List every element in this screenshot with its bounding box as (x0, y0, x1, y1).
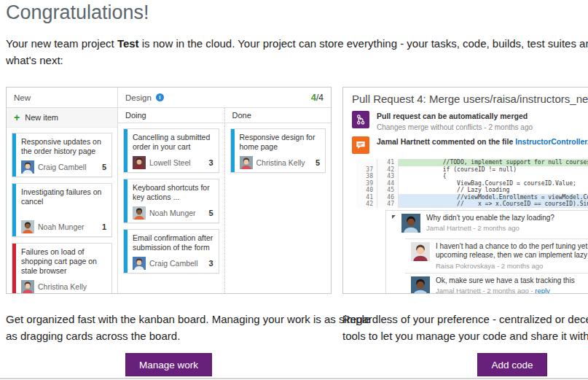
event-title: Jamal Hartnett commented on the file Ins… (377, 137, 588, 146)
plus-icon: + (14, 112, 20, 123)
card-assignee: Craig Cambell (149, 259, 205, 268)
card-title: Email confirmation after submission of t… (133, 233, 214, 252)
add-code-button[interactable]: Add code (477, 353, 547, 376)
new-cards-list: Responsive updates on the order history … (7, 128, 117, 293)
card-effort: 5 (315, 158, 321, 167)
project-name: Test (117, 37, 139, 50)
comment-meta-text: Jamal Hartnett - 2 months ago - (436, 287, 535, 294)
kanban-caption-line1: Get organized fast with the kanban board… (6, 311, 370, 327)
event-body: Jamal Hartnett commented on the file Ins… (377, 136, 588, 154)
avatar (133, 206, 146, 220)
avatar (133, 257, 146, 270)
card-assignee: Noah Munger (38, 222, 98, 231)
card-assignee: Noah Munger (149, 209, 205, 217)
pull-request-title: Pull Request 4: Merge users/raisa/instru… (343, 88, 588, 109)
new-item-button[interactable]: + New item (7, 108, 117, 128)
event-meta: Changes merge without conflicts - 2 mont… (377, 123, 533, 131)
kanban-card[interactable]: Keyboard shortcuts for key actions ...No… (123, 179, 219, 223)
card-body: Cancelling a submitted order in your car… (128, 129, 219, 172)
code-text: ViewBag.CourseID = courseID.Value; (399, 180, 588, 187)
kanban-card[interactable]: Email confirmation after submission of t… (123, 229, 219, 274)
card-effort: 1 (102, 222, 107, 231)
subcolumn-header-doing: Doing (118, 108, 224, 123)
code-line: 4146 //viewModel.Enrollments = viewModel… (356, 194, 588, 201)
intro-line-1: Your new team project Test is now in the… (6, 35, 588, 52)
comment-item: Ok, make sure we have a task tracking th… (405, 273, 588, 295)
column-header-new: New (7, 88, 117, 108)
card-title: Responsive updates on the order history … (21, 137, 107, 156)
old-line-number: 37 (356, 166, 377, 174)
page-title: Congratulations! (6, 1, 149, 24)
card-title: Failures on load of shopping cart page o… (21, 247, 107, 276)
code-line: 3944 ViewBag.CourseID = courseID.Value; (356, 180, 588, 187)
comment-item: Why didn't you enable the lazy loading?J… (386, 211, 588, 239)
bottom-divider (0, 378, 588, 379)
kanban-card[interactable]: Failures on load of shopping cart page o… (12, 243, 112, 293)
comment-meta: Jamal Hartnett - 2 months ago (426, 224, 554, 232)
kanban-column-design: Design i 4/4 Doing Cancelling a submitte… (118, 88, 331, 293)
kanban-card[interactable]: Responsive updates on the order history … (12, 133, 112, 177)
card-assignee: Craig Cambell (38, 163, 98, 171)
comment-thread: Why didn't you enable the lazy loading?J… (385, 210, 588, 295)
old-line-number: 39 (356, 180, 377, 187)
old-line-number: 41 (356, 194, 377, 201)
new-line-number: 47 (377, 201, 399, 208)
new-line-number: 45 (377, 187, 399, 194)
count-done: 4 (311, 92, 316, 103)
avatar (240, 156, 253, 169)
code-text: // x => x.CourseID == courseID).Single()… (399, 201, 588, 208)
card-assignee: Christina Kelly (38, 282, 103, 291)
manage-work-button[interactable]: Manage work (125, 353, 212, 376)
card-footer: Craig Cambell3 (133, 257, 214, 270)
comment-text: upcoming release, then we can implement … (436, 251, 588, 260)
new-line-number: 46 (377, 194, 399, 201)
new-line-number: 42 (377, 166, 399, 174)
intro-line-2: what's next: (6, 52, 588, 69)
new-line-number: 44 (377, 180, 399, 187)
card-footer: Craig Cambell5 (21, 160, 107, 174)
card-effort: 5 (208, 209, 213, 217)
subcolumn-done: Done Responsive design for home pageChri… (225, 108, 332, 293)
collapse-caret-icon[interactable] (392, 215, 396, 219)
card-effort: 3 (208, 259, 213, 268)
card-body: Responsive design for home pageChristina… (235, 129, 326, 172)
new-line-number: 41 (377, 159, 399, 166)
comment-meta: Raisa Pokrovskaya - 2 months ago (436, 262, 588, 270)
kanban-caption: Get organized fast with the kanban board… (6, 311, 370, 344)
old-line-number: 42 (356, 201, 377, 208)
done-cards-list: Responsive design for home pageChristina… (225, 123, 332, 178)
new-item-label: New item (25, 113, 58, 122)
event-text: Jamal Hartnett commented on the file (377, 137, 515, 146)
code-caption: Regardless of your preference - centrali… (342, 311, 588, 344)
code-line: 4045 // Lazy loading (356, 187, 588, 194)
info-icon[interactable]: i (156, 93, 164, 101)
new-line-number: 43 (377, 173, 399, 180)
code-caption-line2: tools to let you manage your code and sh… (342, 327, 588, 344)
comment-text: I haven't had a chance to do the perf tu… (436, 242, 588, 252)
avatar (21, 160, 34, 174)
column-count-badge: 4/4 (311, 92, 324, 103)
file-link[interactable]: InstructorController.cs (515, 137, 588, 146)
comment-meta-text: Raisa Pokrovskaya - 2 months ago (436, 262, 543, 270)
design-column-label: Design (125, 93, 152, 102)
reply-link[interactable]: reply (535, 287, 550, 294)
kanban-card[interactable]: Cancelling a submitted order in your car… (123, 128, 219, 173)
avatar (411, 276, 430, 295)
code-diff-top: 41 //TODO, implement support for null co… (356, 159, 588, 208)
comment-meta-text: Jamal Hartnett - 2 months ago (426, 224, 520, 232)
code-text: //viewModel.Enrollments = viewModel.Cour… (399, 194, 588, 201)
kanban-card[interactable]: Responsive design for home pageChristina… (230, 128, 326, 173)
kanban-caption-line2: as dragging cards across the board. (6, 327, 370, 344)
kanban-card[interactable]: Investigating failures on cancelNoah Mun… (12, 183, 112, 237)
column-header-design: Design i 4/4 (118, 88, 331, 108)
card-body: Keyboard shortcuts for key actions ...No… (128, 179, 219, 222)
intro-text: Your new team project Test is now in the… (6, 35, 588, 69)
card-body: Investigating failures on cancelNoah Mun… (16, 184, 111, 236)
card-effort: 5 (102, 163, 107, 171)
card-body: Responsive updates on the order history … (16, 133, 111, 177)
comment-text: Why didn't you enable the lazy loading? (426, 214, 554, 223)
card-title: Cancelling a submitted order in your car… (133, 133, 214, 152)
card-body: Email confirmation after submission of t… (128, 230, 219, 273)
card-footer: Noah Munger5 (133, 206, 214, 220)
design-subcolumns: Doing Cancelling a submitted order in yo… (118, 108, 331, 293)
